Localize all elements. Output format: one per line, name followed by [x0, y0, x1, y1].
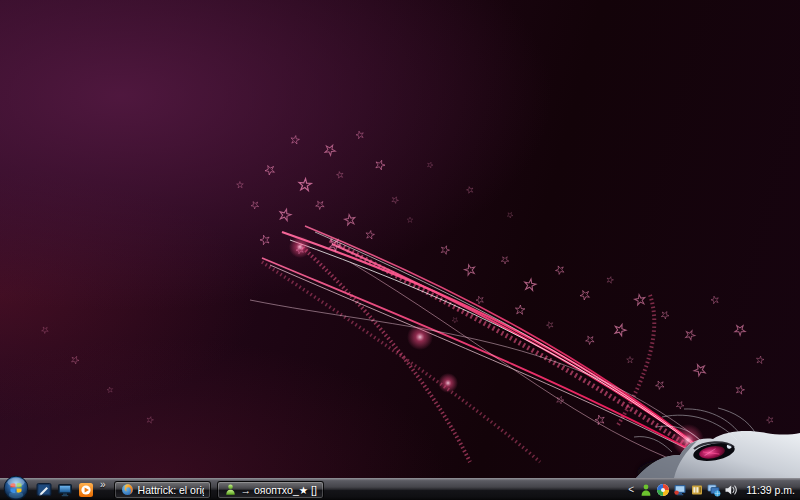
quick-launch-pen-button[interactable]: [35, 481, 53, 499]
monitor-icon: [57, 482, 73, 498]
taskbar-button-messenger[interactable]: → oяoптxo_★ [] - C...: [217, 481, 324, 499]
quick-launch-monitor-button[interactable]: [56, 481, 74, 499]
messenger-status-icon[interactable]: [639, 483, 653, 497]
taskbar-clock[interactable]: 11:39 p.m.: [746, 484, 795, 496]
removable-device-icon[interactable]: [690, 483, 704, 497]
firefox-icon: [121, 483, 134, 496]
system-tray: <: [628, 483, 800, 497]
light-streaks: [262, 226, 706, 455]
start-button[interactable]: [3, 475, 29, 500]
glitter-trails: [262, 240, 688, 462]
desktop: [0, 0, 800, 478]
taskbar-window-buttons: Hattrick: el original j... → oяoптxo_★ […: [114, 481, 324, 499]
windows-orb-icon: [3, 475, 29, 500]
taskbar: » Hattrick: el original j...: [0, 478, 800, 500]
quick-launch-toolbar: »: [35, 481, 105, 499]
media-play-icon: [78, 482, 94, 498]
taskbar-button-label: → oяoптxo_★ [] - C...: [241, 484, 317, 496]
taskbar-button-hattrick[interactable]: Hattrick: el original j...: [114, 481, 211, 499]
tray-collapse-chevron[interactable]: <: [628, 485, 634, 495]
streak-highlights: [250, 232, 704, 458]
quick-launch-media-button[interactable]: [77, 481, 95, 499]
streak-flares: [289, 236, 704, 456]
network-icon[interactable]: [707, 483, 721, 497]
computer-security-icon[interactable]: [673, 483, 687, 497]
screen: » Hattrick: el original j...: [0, 0, 800, 500]
volume-icon[interactable]: [724, 483, 738, 497]
quick-launch-overflow-chevron[interactable]: »: [100, 480, 105, 490]
pen-screen-icon: [36, 482, 52, 498]
color-swirl-icon[interactable]: [656, 483, 670, 497]
taskbar-button-label: Hattrick: el original j...: [138, 484, 204, 496]
messenger-icon: [224, 483, 237, 496]
wallpaper-art: [0, 0, 800, 478]
